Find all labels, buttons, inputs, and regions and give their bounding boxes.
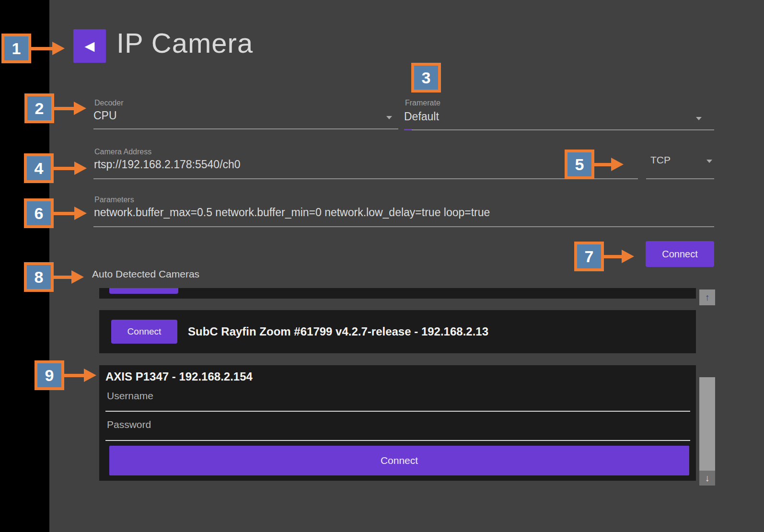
decoder-value: CPU [93,109,398,122]
annotation-arrow-7 [603,250,634,263]
annotation-arrow-5 [594,158,624,171]
annotation-badge-2: 2 [24,93,54,123]
chevron-down-icon [696,117,702,120]
connect-button[interactable]: Connect [646,241,714,267]
username-field[interactable] [107,390,677,402]
framerate-label: Framerate [405,99,440,107]
row-connect-button[interactable]: Connect [111,320,177,344]
camera-row-axis: AXIS P1347 - 192.168.2.154 Connect [99,365,696,481]
parameters-underline [93,226,714,227]
annotation-badge-3: 3 [411,63,441,93]
camera-row-subc-rayfin: Connect SubC Rayfin Zoom #61799 v4.2.7-r… [99,310,696,353]
username-underline [105,411,690,412]
annotation-badge-8: 8 [24,262,54,292]
framerate-value: Default [404,110,714,123]
annotation-arrow-9 [64,369,96,382]
page-title: IP Camera [116,27,253,59]
scroll-up-button[interactable]: ↑ [699,289,715,305]
annotation-badge-9: 9 [35,360,64,390]
password-field[interactable] [107,419,677,430]
chevron-down-icon [706,160,712,163]
parameters-label: Parameters [94,196,134,204]
parameters-input[interactable] [94,206,707,219]
framerate-underline-accent [404,129,412,130]
camera-address-input[interactable] [94,158,621,171]
protocol-dropdown[interactable]: TCP [646,152,714,172]
chevron-down-icon [386,116,392,119]
annotation-badge-1: 1 [1,34,31,63]
row-connect-button[interactable]: Connect [109,446,689,475]
protocol-underline [646,178,714,179]
annotation-badge-7: 7 [574,242,604,271]
back-arrow-icon: ◀ [85,38,95,54]
annotation-arrow-1 [31,42,65,55]
decoder-dropdown[interactable]: CPU [93,109,398,128]
back-button[interactable]: ◀ [73,29,106,63]
camera-row-title: AXIS P1347 - 192.168.2.154 [105,370,253,383]
auto-detected-cameras-heading: Auto Detected Cameras [92,268,199,280]
annotation-arrow-6 [53,207,87,220]
camera-address-underline [93,178,638,179]
annotation-badge-5: 5 [565,150,594,179]
partial-connect-button-fragment[interactable] [109,288,178,294]
decoder-underline [93,128,398,129]
annotation-badge-4: 4 [24,153,54,183]
camera-row-partial[interactable] [99,288,696,299]
decoder-label: Decoder [94,99,123,107]
scroll-down-button[interactable]: ↓ [699,471,715,486]
arrow-down-icon: ↓ [705,473,710,484]
annotation-arrow-8 [54,270,84,284]
camera-address-label: Camera Address [94,148,151,156]
protocol-value: TCP [650,154,671,166]
framerate-underline [404,129,714,130]
annotation-arrow-4 [53,162,87,175]
framerate-dropdown[interactable]: Default [404,110,714,129]
scrollbar-thumb[interactable] [699,377,715,471]
camera-row-title: SubC Rayfin Zoom #61799 v4.2.7-release -… [188,325,488,338]
annotation-badge-6: 6 [24,198,54,228]
annotation-arrow-2 [54,102,86,115]
password-underline [105,440,690,441]
arrow-up-icon: ↑ [705,292,710,303]
